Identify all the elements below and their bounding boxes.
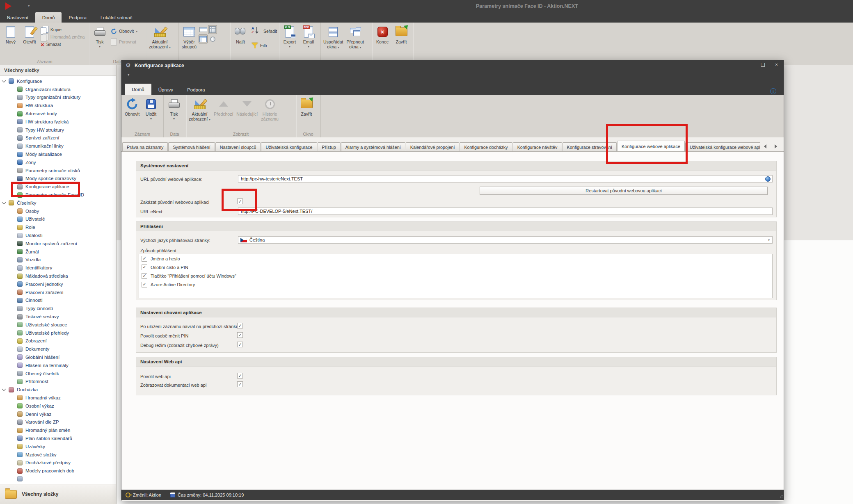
switch-windows-button[interactable]: Přepnout okna ▾ — [345, 23, 366, 51]
dialog-menu-tab[interactable]: Podpora — [180, 84, 212, 95]
exit-button[interactable]: × Konec — [373, 23, 392, 45]
tree-item[interactable]: Uživatelské přehledy — [0, 329, 116, 337]
tree-item[interactable]: Hromadný plán směn — [0, 426, 116, 434]
auto-refresh-button[interactable] — [208, 34, 217, 43]
info-icon[interactable]: i — [770, 88, 776, 94]
minimize-button[interactable]: – — [748, 62, 751, 68]
dlg-current-view-button[interactable]: Aktuální zobrazení ▾ — [187, 96, 212, 123]
page-tab[interactable]: Konfigurace návštěv — [513, 142, 562, 151]
tree-item[interactable]: Docházka — [0, 385, 116, 394]
quick-access-caret-icon[interactable]: ▾ — [28, 4, 30, 8]
language-combobox[interactable]: Čeština ▾ — [238, 236, 773, 244]
menu-tab[interactable]: Podpora — [62, 12, 93, 23]
delete-button[interactable]: ×Smazat — [39, 41, 86, 48]
dlg-close-button[interactable]: Zavřít — [297, 96, 316, 117]
method-checkbox[interactable]: ✓ — [142, 256, 147, 262]
page-tab[interactable]: Uživatelská konfigurace — [261, 142, 317, 151]
method-checkbox[interactable]: ✓ — [142, 265, 147, 270]
expander-icon[interactable] — [2, 200, 6, 204]
login-method-item[interactable]: ✓Osobní číslo a PIN — [139, 263, 772, 271]
tree-item[interactable]: Pracovní jednotky — [0, 280, 116, 288]
tree-item[interactable]: Pracovní zařazení — [0, 288, 116, 296]
tab-scroll-left-button[interactable] — [761, 143, 770, 150]
dialog-menu-tab[interactable]: Domů — [125, 84, 151, 95]
tree-item[interactable]: Zóny — [0, 158, 116, 166]
restart-web-app-button[interactable]: Restartovat původní webovou aplikaci — [480, 187, 768, 195]
expander-icon[interactable] — [2, 78, 6, 82]
close-window-button[interactable]: × — [775, 62, 778, 68]
tree-item[interactable]: Typy organizační struktury — [0, 94, 116, 102]
tree-item[interactable]: Dokumenty — [0, 345, 116, 353]
tree-item[interactable]: Mzdové složky — [0, 451, 116, 459]
open-button[interactable]: Otevřít — [20, 23, 39, 45]
menu-tab[interactable]: Domů — [35, 12, 62, 23]
webapi-checkbox[interactable]: ✓ — [237, 381, 243, 387]
tree-item[interactable]: Hlášení na terminály — [0, 361, 116, 369]
behavior-checkbox[interactable]: ✓ — [237, 342, 243, 347]
tree-item[interactable]: Denní výkaz — [0, 410, 116, 418]
tree-item[interactable]: Číselníky — [0, 199, 116, 207]
arrange-windows-button[interactable]: Uspořádat okna ▾ — [322, 23, 345, 51]
copy-button[interactable]: Kopie — [39, 26, 86, 33]
login-method-item[interactable]: ✓Tlačítko "Přihlášení pomocí účtu Window… — [139, 271, 772, 280]
tree-item[interactable]: Modely pracovních dob — [0, 467, 116, 475]
tree-item[interactable]: Identifikátory — [0, 264, 116, 272]
page-tab[interactable]: Konfigurace docházky — [460, 142, 512, 151]
tree-item[interactable]: Zobrazení — [0, 337, 116, 345]
email-button[interactable]: PDF Email▾ — [299, 23, 318, 50]
dlg-print-button[interactable]: Tisk▾ — [165, 96, 183, 122]
column-select-button[interactable]: Výběr sloupců — [180, 23, 199, 50]
tree-item[interactable]: Události — [0, 231, 116, 239]
page-tab[interactable]: Konfigurace webové aplikace — [617, 141, 685, 151]
tree-item[interactable]: Osobní výkaz — [0, 402, 116, 410]
tree-item[interactable]: Parametry snímače otisků — [0, 166, 116, 175]
tree-item[interactable]: HW struktura — [0, 101, 116, 109]
url-enext-input[interactable] — [238, 208, 773, 215]
url-original-input[interactable] — [238, 175, 773, 182]
tree-item[interactable]: Adresové body — [0, 109, 116, 118]
tree-item[interactable]: Uživatelské sloupce — [0, 321, 116, 329]
export-button[interactable]: XLS Export▾ — [280, 23, 299, 50]
login-method-item[interactable]: ✓Jméno a heslo — [139, 254, 772, 263]
tree-item[interactable]: Správci zařízení — [0, 134, 116, 142]
disable-original-checkbox[interactable]: ✓ — [237, 198, 243, 204]
page-tab[interactable]: Uživatelská konfigurace webové aplika — [685, 142, 760, 151]
tree-item[interactable]: Osoby — [0, 207, 116, 215]
webapi-checkbox[interactable]: ✓ — [237, 373, 243, 379]
login-method-item[interactable]: ✓Azure Active Directory — [139, 280, 772, 289]
tree-item[interactable] — [0, 475, 116, 483]
tree-item[interactable]: Nákladová střediska — [0, 272, 116, 280]
dialog-menu-tab[interactable]: Úpravy — [151, 84, 180, 95]
dlg-previous-button[interactable]: Předchozí — [212, 96, 235, 117]
menu-tab[interactable]: Lokální snímač — [94, 12, 139, 23]
page-tab[interactable]: Nastavení sloupců — [215, 142, 261, 151]
tree-item[interactable]: Monitor správců zařízení — [0, 239, 116, 248]
globe-icon[interactable] — [765, 176, 771, 182]
tree-item[interactable]: Tiskové sestavy — [0, 312, 116, 321]
print-button[interactable]: Tisk▾ — [90, 23, 109, 50]
dlg-history-button[interactable]: Historie záznamu — [259, 96, 280, 122]
new-button[interactable]: Nový — [1, 23, 20, 45]
tree-item[interactable]: Přítomnost — [0, 377, 116, 385]
tree-item[interactable]: HW struktura fyzická — [0, 118, 116, 126]
tree-item[interactable]: Obecný číselník — [0, 369, 116, 378]
method-checkbox[interactable]: ✓ — [142, 273, 147, 279]
tree-item[interactable]: Plán šablon kalendářů — [0, 434, 116, 442]
tree-item[interactable]: Hromadný výkaz — [0, 394, 116, 402]
grid-lines-button[interactable] — [208, 25, 217, 34]
maximize-button[interactable]: ❑ — [761, 62, 765, 68]
row-height-button[interactable] — [199, 25, 208, 34]
tree-item[interactable]: Varování dle ZP — [0, 418, 116, 426]
close-button[interactable]: Zavřít — [392, 23, 411, 45]
resize-grip[interactable] — [780, 497, 781, 497]
tree-item[interactable]: Uživatelé — [0, 215, 116, 223]
filter-button[interactable]: Filtr — [250, 40, 279, 51]
page-tab[interactable]: Alarmy a systémová hlášení — [341, 142, 405, 151]
tree-item[interactable]: Módy aktualizace — [0, 150, 116, 158]
qat-caret-icon[interactable]: ▾ — [128, 73, 130, 77]
tree-item[interactable]: Typy HW struktury — [0, 126, 116, 134]
behavior-checkbox[interactable]: ✓ — [237, 332, 243, 338]
tree-item[interactable]: Organizační struktura — [0, 85, 116, 94]
page-tab[interactable]: Konfigurace stravování — [563, 142, 617, 151]
page-tab[interactable]: Kalendářové propojení — [406, 142, 460, 151]
